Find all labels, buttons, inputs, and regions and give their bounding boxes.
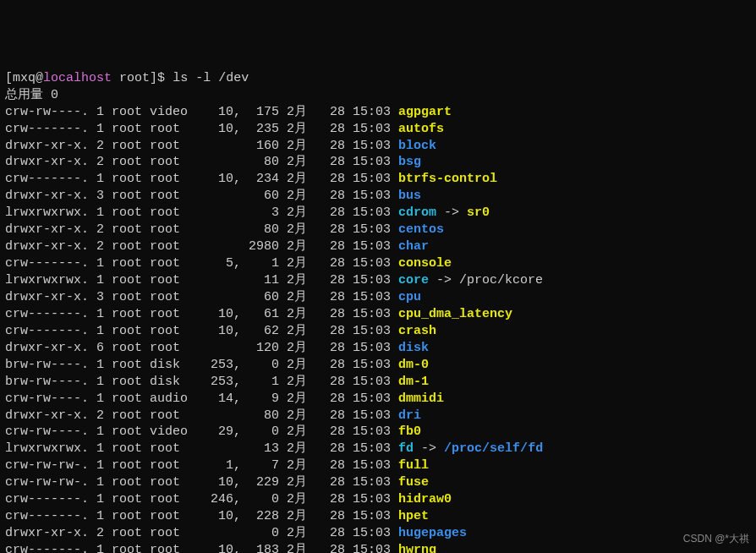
file-name: core [398, 273, 429, 287]
command-args: -l /dev [195, 71, 249, 85]
prompt-dollar: $ [157, 71, 165, 85]
file-name: console [398, 256, 452, 271]
file-listing: crw-rw----. 1 root video 10, 175 2月 28 1… [5, 104, 751, 553]
link-target: /proc/self/fd [444, 441, 543, 456]
list-item: drwxr-xr-x. 2 root root 80 2月 28 15:03 c… [5, 222, 751, 238]
link-target: sr0 [467, 205, 490, 220]
file-name: cpu_dma_latency [398, 307, 512, 321]
list-item: crw-rw----. 1 root video 10, 175 2月 28 1… [5, 104, 751, 121]
file-meta: drwxr-xr-x. 2 root root 80 2月 28 15:03 [5, 408, 398, 423]
list-item: crw-------. 1 root root 5, 1 2月 28 15:03… [5, 255, 751, 272]
list-item: drwxr-xr-x. 2 root root 160 2月 28 15:03 … [5, 138, 751, 155]
list-item: drwxr-xr-x. 3 root root 60 2月 28 15:03 b… [5, 188, 751, 205]
file-name: btrfs-control [398, 172, 497, 186]
watermark: CSDN @*大祺 [683, 533, 749, 546]
file-meta: crw-rw----. 1 root audio 14, 9 2月 28 15:… [5, 391, 398, 406]
file-meta: crw-rw-rw-. 1 root root 10, 229 2月 28 15… [5, 475, 398, 490]
link-arrow: -> [414, 441, 444, 456]
list-item: drwxr-xr-x. 2 root root 2980 2月 28 15:03… [5, 238, 751, 255]
list-item: crw-rw----. 1 root video 29, 0 2月 28 15:… [5, 424, 751, 441]
file-meta: drwxr-xr-x. 2 root root 2980 2月 28 15:03 [5, 239, 398, 254]
file-name: agpgart [398, 105, 452, 119]
list-item: drwxr-xr-x. 3 root root 60 2月 28 15:03 c… [5, 289, 751, 306]
terminal-output[interactable]: [mxq@localhost root]$ ls -l /dev 总用量 0 c… [5, 70, 751, 553]
file-meta: drwxr-xr-x. 3 root root 60 2月 28 15:03 [5, 290, 398, 304]
file-meta: drwxr-xr-x. 2 root root 80 2月 28 15:03 [5, 222, 398, 237]
file-meta: drwxr-xr-x. 2 root root 0 2月 28 15:03 [5, 526, 398, 540]
file-name: block [398, 139, 436, 153]
file-name: hugepages [398, 526, 467, 540]
file-meta: crw-------. 1 root root 10, 61 2月 28 15:… [5, 307, 398, 321]
file-name: cpu [398, 290, 421, 304]
file-meta: drwxr-xr-x. 6 root root 120 2月 28 15:03 [5, 341, 398, 355]
prompt-at: @ [36, 71, 43, 85]
file-name: disk [398, 341, 429, 355]
list-item: lrwxrwxrwx. 1 root root 11 2月 28 15:03 c… [5, 272, 751, 289]
list-item: crw-------. 1 root root 10, 61 2月 28 15:… [5, 306, 751, 323]
prompt-line: [mxq@localhost root]$ ls -l /dev [5, 71, 249, 85]
file-name: hpet [398, 509, 429, 523]
file-name: dm-0 [398, 358, 429, 372]
file-name: full [398, 458, 429, 473]
file-meta: crw-------. 1 root root 10, 62 2月 28 15:… [5, 324, 398, 338]
link-arrow: -> [429, 273, 459, 287]
list-item: crw-rw----. 1 root audio 14, 9 2月 28 15:… [5, 391, 751, 408]
command: ls [173, 71, 188, 85]
file-meta: lrwxrwxrwx. 1 root root 13 2月 28 15:03 [5, 441, 398, 456]
file-name: cdrom [398, 205, 436, 220]
list-item: lrwxrwxrwx. 1 root root 3 2月 28 15:03 cd… [5, 205, 751, 222]
file-meta: crw-------. 1 root root 5, 1 2月 28 15:03 [5, 256, 398, 271]
list-item: crw-------. 1 root root 10, 234 2月 28 15… [5, 171, 751, 188]
list-item: crw-------. 1 root root 10, 228 2月 28 15… [5, 508, 751, 525]
file-meta: crw-rw----. 1 root video 29, 0 2月 28 15:… [5, 424, 398, 439]
prompt-open-bracket: [ [5, 71, 13, 85]
prompt-path: root [119, 71, 150, 85]
prompt-close-bracket: ] [150, 71, 157, 85]
prompt-user: mxq [13, 71, 36, 85]
file-meta: brw-rw----. 1 root disk 253, 0 2月 28 15:… [5, 358, 398, 372]
file-meta: crw-------. 1 root root 246, 0 2月 28 15:… [5, 492, 398, 506]
list-item: crw-rw-rw-. 1 root root 1, 7 2月 28 15:03… [5, 457, 751, 474]
file-meta: crw-------. 1 root root 10, 234 2月 28 15… [5, 172, 398, 186]
list-item: drwxr-xr-x. 6 root root 120 2月 28 15:03 … [5, 340, 751, 357]
list-item: crw-------. 1 root root 246, 0 2月 28 15:… [5, 491, 751, 508]
link-target: /proc/kcore [459, 273, 543, 287]
list-item: drwxr-xr-x. 2 root root 0 2月 28 15:03 hu… [5, 525, 751, 542]
list-item: crw-------. 1 root root 10, 62 2月 28 15:… [5, 323, 751, 340]
file-name: fuse [398, 475, 429, 490]
list-item: brw-rw----. 1 root disk 253, 1 2月 28 15:… [5, 374, 751, 391]
file-name: crash [398, 324, 436, 338]
file-name: bsg [398, 155, 421, 169]
file-meta: crw-------. 1 root root 10, 183 2月 28 15… [5, 543, 398, 553]
file-name: centos [398, 222, 444, 237]
file-meta: brw-rw----. 1 root disk 253, 1 2月 28 15:… [5, 375, 398, 389]
file-name: hwrng [398, 543, 436, 553]
file-name: autofs [398, 122, 444, 136]
file-name: dmmidi [398, 391, 444, 406]
file-meta: drwxr-xr-x. 3 root root 60 2月 28 15:03 [5, 189, 398, 203]
file-meta: drwxr-xr-x. 2 root root 80 2月 28 15:03 [5, 155, 398, 169]
file-name: bus [398, 189, 421, 203]
file-meta: crw-rw-rw-. 1 root root 1, 7 2月 28 15:03 [5, 458, 398, 473]
file-meta: lrwxrwxrwx. 1 root root 11 2月 28 15:03 [5, 273, 398, 287]
list-item: lrwxrwxrwx. 1 root root 13 2月 28 15:03 f… [5, 441, 751, 457]
file-meta: drwxr-xr-x. 2 root root 160 2月 28 15:03 [5, 139, 398, 153]
prompt-host: localhost [43, 71, 112, 85]
file-name: dri [398, 408, 421, 423]
list-item: brw-rw----. 1 root disk 253, 0 2月 28 15:… [5, 357, 751, 374]
file-meta: lrwxrwxrwx. 1 root root 3 2月 28 15:03 [5, 205, 398, 220]
list-item: crw-------. 1 root root 10, 235 2月 28 15… [5, 121, 751, 138]
list-item: crw-rw-rw-. 1 root root 10, 229 2月 28 15… [5, 474, 751, 491]
list-item: drwxr-xr-x. 2 root root 80 2月 28 15:03 b… [5, 154, 751, 171]
total-line: 总用量 0 [5, 88, 58, 102]
file-name: fb0 [398, 424, 421, 439]
file-name: hidraw0 [398, 492, 452, 506]
file-meta: crw-------. 1 root root 10, 235 2月 28 15… [5, 122, 398, 136]
file-name: dm-1 [398, 375, 429, 389]
file-name: char [398, 239, 429, 254]
list-item: drwxr-xr-x. 2 root root 80 2月 28 15:03 d… [5, 408, 751, 424]
list-item: crw-------. 1 root root 10, 183 2月 28 15… [5, 542, 751, 553]
file-meta: crw-------. 1 root root 10, 228 2月 28 15… [5, 509, 398, 523]
file-meta: crw-rw----. 1 root video 10, 175 2月 28 1… [5, 105, 398, 119]
file-name: fd [398, 441, 414, 456]
